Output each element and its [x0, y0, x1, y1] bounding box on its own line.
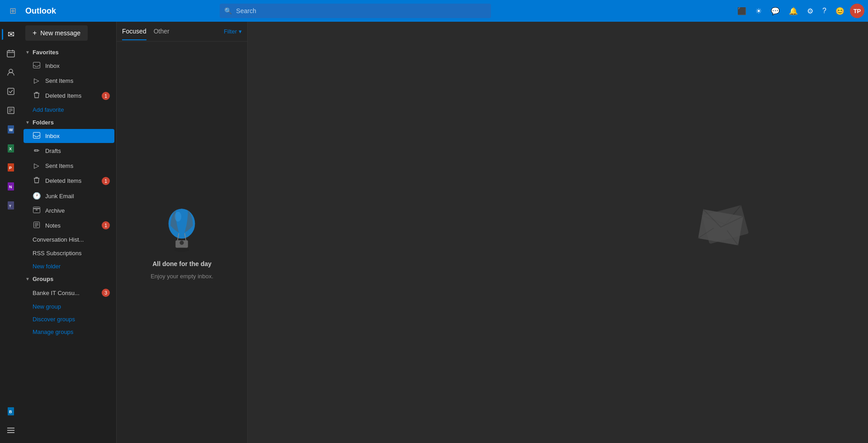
rail-ppt-button[interactable]: P [2, 158, 20, 176]
empty-inbox-illustration: All done for the day Enjoy your empty in… [151, 205, 213, 280]
groups-chevron: ▼ [25, 276, 30, 281]
rail-calendar-button[interactable] [2, 44, 20, 62]
new-message-button[interactable]: + New message [25, 25, 88, 41]
topbar: ⊞ Outlook 🔍 ⬛ ☀ 💬 🔔 ⚙ ? 😊 TP [0, 0, 868, 22]
new-folder-link[interactable]: New folder [24, 260, 114, 272]
sidebar: + New message ▼ Favorites Inbox ▷ Sent I… [22, 22, 117, 443]
archive-icon [33, 207, 41, 214]
svg-point-39 [180, 241, 184, 245]
convhist-label: Conversation Hist... [33, 236, 110, 243]
tab-other[interactable]: Other [154, 23, 170, 40]
new-group-link[interactable]: New group [24, 300, 114, 313]
waffle-menu-button[interactable]: ⊞ [4, 2, 22, 20]
sidebar-item-banke[interactable]: Banke IT Consu... 3 [24, 286, 114, 300]
rail-onenote-button[interactable]: N [2, 177, 20, 195]
rail-teams-button[interactable]: T [2, 196, 20, 214]
svg-text:X: X [9, 147, 12, 151]
empty-inbox-title: All done for the day [152, 260, 212, 267]
sidebar-item-fav-sent[interactable]: ▷ Sent Items [24, 73, 114, 88]
notes-icon [33, 222, 41, 229]
groups-section-header[interactable]: ▼ Groups [22, 273, 116, 285]
notifications-button[interactable]: 🔔 [785, 4, 802, 18]
manage-groups-link[interactable]: Manage groups [24, 326, 114, 338]
favorites-section-header[interactable]: ▼ Favorites [22, 46, 116, 58]
sidebar-item-fav-deleted[interactable]: Deleted Items 1 [24, 88, 114, 103]
folder-sent-icon: ▷ [33, 162, 41, 170]
deleted-label: Deleted Items [45, 177, 97, 184]
topbar-right: ⬛ ☀ 💬 🔔 ⚙ ? 😊 TP [734, 4, 864, 18]
envelope-decoration [696, 196, 755, 257]
deleted-badge: 1 [102, 177, 110, 185]
sidebar-item-archive[interactable]: Archive [24, 204, 114, 218]
sidebar-item-inbox[interactable]: Inbox [24, 129, 114, 143]
search-bar: 🔍 [220, 4, 491, 18]
sent-icon: ▷ [33, 76, 41, 85]
media-button[interactable]: ⬛ [734, 4, 750, 18]
groups-label: Groups [33, 276, 53, 282]
sidebar-item-junk[interactable]: 🕐 Junk Email [24, 189, 114, 203]
sidebar-item-fav-inbox[interactable]: Inbox [24, 59, 114, 73]
rail-mail-button[interactable]: ✉ [2, 25, 20, 43]
rail-people-button[interactable] [2, 63, 20, 81]
new-message-label: New message [40, 29, 80, 37]
icon-rail: ✉ [0, 22, 22, 443]
discover-groups-link[interactable]: Discover groups [24, 313, 114, 325]
sidebar-item-rss[interactable]: RSS Subscriptions [24, 247, 114, 260]
sidebar-item-deleted[interactable]: Deleted Items 1 [24, 173, 114, 188]
inbox-icon [33, 62, 41, 70]
favorites-chevron: ▼ [25, 50, 30, 55]
topbar-left: ⊞ Outlook [4, 2, 99, 20]
search-input[interactable] [220, 4, 491, 18]
settings-button[interactable]: ⚙ [803, 4, 817, 18]
main-content [248, 22, 868, 443]
email-list-panel: Focused Other Filter ▾ [117, 22, 248, 443]
teams-button[interactable]: 💬 [767, 4, 783, 18]
svg-text:P: P [9, 166, 12, 170]
myday-button[interactable]: ☀ [752, 4, 765, 18]
sidebar-item-convhist[interactable]: Conversation Hist... [24, 233, 114, 246]
rail-word-button[interactable]: W [2, 120, 20, 138]
fav-deleted-badge: 1 [102, 92, 110, 100]
folders-section-header[interactable]: ▼ Folders [22, 116, 116, 129]
rail-sticky-button[interactable] [2, 101, 20, 119]
tab-focused[interactable]: Focused [122, 23, 146, 40]
app-logo: Outlook [25, 6, 56, 16]
svg-text:N: N [9, 185, 12, 189]
svg-point-40 [175, 248, 189, 252]
svg-text:T: T [9, 204, 11, 208]
deleted-icon [33, 91, 41, 100]
sidebar-item-drafts[interactable]: ✏ Drafts [24, 143, 114, 158]
svg-text:W: W [9, 128, 13, 132]
search-icon: 🔍 [224, 7, 232, 14]
avatar[interactable]: TP [850, 4, 864, 18]
rail-tasks-button[interactable] [2, 82, 20, 100]
rail-bookings-button[interactable]: B [2, 402, 20, 420]
feedback-button[interactable]: 😊 [832, 4, 848, 18]
sidebar-item-sent[interactable]: ▷ Sent Items [24, 158, 114, 173]
rail-excel-button[interactable]: X [2, 139, 20, 157]
balloon-illustration [161, 205, 202, 255]
drafts-icon: ✏ [33, 147, 41, 155]
banke-badge: 3 [102, 289, 110, 297]
notes-label: Notes [45, 222, 97, 229]
main-area: ✉ [0, 22, 868, 443]
rail-hamburger-button[interactable] [2, 421, 20, 439]
fav-deleted-label: Deleted Items [45, 92, 97, 99]
folder-deleted-icon [33, 176, 41, 185]
fav-sent-label: Sent Items [45, 77, 110, 84]
filter-button[interactable]: Filter ▾ [224, 28, 242, 35]
svg-point-35 [175, 212, 182, 222]
plus-icon: + [33, 29, 37, 37]
junk-label: Junk Email [45, 193, 110, 200]
empty-inbox-subtitle: Enjoy your empty inbox. [151, 273, 213, 280]
email-list-content: All done for the day Enjoy your empty in… [117, 42, 247, 443]
inbox-folder-label: Inbox [45, 133, 110, 139]
svg-rect-25 [33, 62, 40, 68]
add-favorite-link[interactable]: Add favorite [24, 104, 114, 116]
svg-rect-5 [8, 88, 14, 95]
notes-badge: 1 [102, 221, 110, 229]
sidebar-item-notes[interactable]: Notes 1 [24, 218, 114, 233]
archive-label: Archive [45, 207, 110, 214]
help-button[interactable]: ? [819, 4, 830, 18]
svg-rect-26 [33, 133, 40, 138]
